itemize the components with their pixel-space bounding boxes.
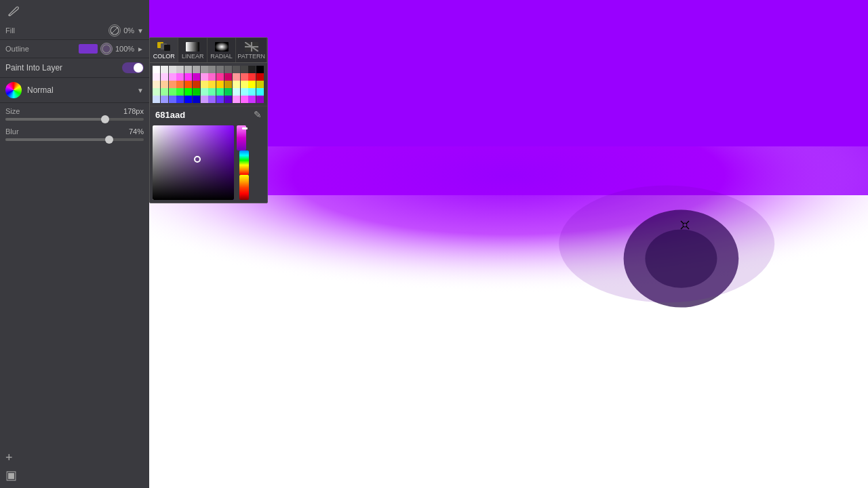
pink-strip[interactable] <box>237 125 246 150</box>
outline-expand-arrow[interactable]: ► <box>137 45 144 53</box>
swatch-cell[interactable] <box>176 96 184 103</box>
swatch-cell[interactable] <box>153 81 160 88</box>
swatch-cell[interactable] <box>153 96 160 103</box>
swatch-cell[interactable] <box>216 96 224 103</box>
swatch-cell[interactable] <box>256 96 264 103</box>
paint-into-layer-toggle[interactable] <box>122 62 144 73</box>
swatch-cell[interactable] <box>208 96 216 103</box>
swatch-cell[interactable] <box>241 66 248 73</box>
swatch-cell[interactable] <box>201 73 208 81</box>
swatch-cell[interactable] <box>184 66 192 73</box>
swatch-cell[interactable] <box>201 66 208 73</box>
fill-dropdown-arrow[interactable]: ▼ <box>137 27 144 35</box>
swatch-cell[interactable] <box>169 66 176 73</box>
swatch-cell[interactable] <box>193 66 200 73</box>
swatch-cell[interactable] <box>169 88 176 96</box>
swatch-cell[interactable] <box>241 88 248 96</box>
swatch-cell[interactable] <box>241 81 248 88</box>
swatch-cell[interactable] <box>161 96 168 103</box>
swatch-cell[interactable] <box>208 66 216 73</box>
swatch-cell[interactable] <box>224 66 232 73</box>
swatch-cell[interactable] <box>248 66 256 73</box>
swatch-cell[interactable] <box>256 73 264 81</box>
swatch-cell[interactable] <box>184 81 192 88</box>
swatch-cell[interactable] <box>176 73 184 81</box>
swatch-cell[interactable] <box>233 73 240 81</box>
swatch-cell[interactable] <box>184 88 192 96</box>
tab-radial[interactable]: RADIAL <box>208 38 236 62</box>
layers-button[interactable]: ▣ <box>5 468 17 483</box>
swatch-cell[interactable] <box>216 73 224 81</box>
swatch-cell[interactable] <box>193 96 200 103</box>
swatch-cell[interactable] <box>248 96 256 103</box>
swatch-cell[interactable] <box>161 88 168 96</box>
swatch-cell[interactable] <box>241 73 248 81</box>
swatch-cell[interactable] <box>169 81 176 88</box>
swatch-cell[interactable] <box>241 96 248 103</box>
swatch-cell[interactable] <box>169 73 176 81</box>
tab-pattern[interactable]: PATTERN <box>236 38 267 62</box>
color-wheel-icon[interactable] <box>5 82 22 98</box>
swatch-cell[interactable] <box>161 66 168 73</box>
swatch-cell[interactable] <box>208 81 216 88</box>
swatch-cell[interactable] <box>153 88 160 96</box>
tab-linear[interactable]: LINEAR <box>178 38 207 62</box>
brush-tool-icon-area <box>0 0 149 22</box>
tab-color[interactable]: COLOR <box>150 38 178 62</box>
swatch-cell[interactable] <box>256 81 264 88</box>
swatch-cell[interactable] <box>208 88 216 96</box>
hex-value[interactable]: 681aad <box>155 110 254 120</box>
toggle-thumb <box>134 63 143 73</box>
color-mode-row: Normal ▼ <box>0 78 149 103</box>
blur-row: Blur 74% <box>0 126 149 149</box>
swatch-cell[interactable] <box>224 88 232 96</box>
swatch-cell[interactable] <box>193 73 200 81</box>
swatch-cell[interactable] <box>233 81 240 88</box>
swatch-cell[interactable] <box>216 81 224 88</box>
swatch-cell[interactable] <box>184 73 192 81</box>
swatch-cell[interactable] <box>233 88 240 96</box>
warm-strip[interactable] <box>239 175 249 200</box>
svg-point-2 <box>102 45 111 53</box>
swatch-cell[interactable] <box>201 81 208 88</box>
swatch-cell[interactable] <box>248 73 256 81</box>
add-button[interactable]: + <box>5 451 13 465</box>
swatch-cell[interactable] <box>193 88 200 96</box>
size-slider-track[interactable] <box>5 118 144 121</box>
swatch-cell[interactable] <box>184 96 192 103</box>
blend-mode-dropdown-arrow[interactable]: ▼ <box>137 87 144 94</box>
gradient-square[interactable] <box>153 125 234 200</box>
swatch-cell[interactable] <box>176 88 184 96</box>
swatch-cell[interactable] <box>161 73 168 81</box>
swatch-cell[interactable] <box>256 88 264 96</box>
blur-slider-track[interactable] <box>5 138 144 141</box>
svg-line-1 <box>111 27 118 34</box>
swatch-cell[interactable] <box>176 66 184 73</box>
swatch-cell[interactable] <box>216 88 224 96</box>
hue-strip-2[interactable] <box>239 150 249 176</box>
swatch-cell[interactable] <box>233 66 240 73</box>
swatch-cell[interactable] <box>201 88 208 96</box>
swatch-cell[interactable] <box>153 66 160 73</box>
eyedropper-button[interactable]: ✎ <box>254 109 262 120</box>
swatch-cell[interactable] <box>224 73 232 81</box>
swatch-cell[interactable] <box>169 96 176 103</box>
swatch-cell[interactable] <box>248 88 256 96</box>
swatch-cell[interactable] <box>176 81 184 88</box>
blend-mode-label: Normal <box>27 85 137 95</box>
swatch-cell[interactable] <box>201 96 208 103</box>
swatch-cell[interactable] <box>248 81 256 88</box>
swatch-cell[interactable] <box>153 73 160 81</box>
swatch-cell[interactable] <box>161 81 168 88</box>
swatch-cell[interactable] <box>256 66 264 73</box>
swatch-cell[interactable] <box>216 66 224 73</box>
swatch-cell[interactable] <box>208 73 216 81</box>
tab-radial-label: RADIAL <box>210 53 233 60</box>
swatch-cell[interactable] <box>193 81 200 88</box>
linear-tab-icon <box>186 42 199 52</box>
swatch-cell[interactable] <box>233 96 240 103</box>
swatch-cell[interactable] <box>224 81 232 88</box>
outline-color-swatch[interactable] <box>79 44 98 54</box>
swatch-cell[interactable] <box>224 96 232 103</box>
blur-value: 74% <box>129 127 144 136</box>
